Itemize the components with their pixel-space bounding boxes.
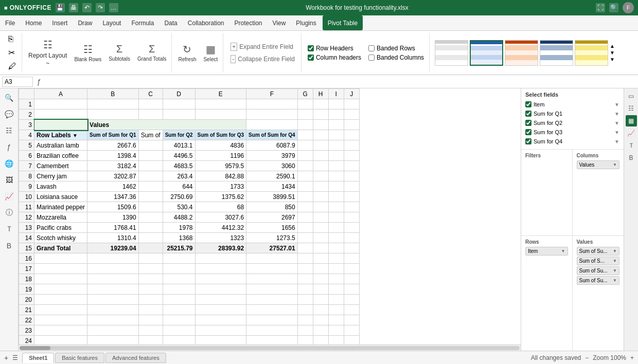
expand-entire-field-btn[interactable]: + Expand Entire Field xyxy=(227,41,298,52)
field-checkbox[interactable] xyxy=(525,129,531,135)
values-field-item[interactable]: Sum of Su... ▼ xyxy=(577,276,620,285)
grid-cell[interactable] xyxy=(138,223,163,233)
horizontal-scrollbar[interactable] xyxy=(19,344,521,351)
grid-cell[interactable]: 1323 xyxy=(195,233,246,243)
grid-cell[interactable] xyxy=(138,243,163,253)
grid-cell[interactable]: 1768.41 xyxy=(87,223,139,233)
grid-cell[interactable] xyxy=(297,130,313,140)
grid-cell[interactable] xyxy=(344,140,359,151)
grid-cell[interactable] xyxy=(344,274,359,284)
style-preset-3[interactable] xyxy=(505,40,538,66)
grid-cell[interactable] xyxy=(344,212,359,223)
collapse-entire-field-btn[interactable]: - Collapse Entire Field xyxy=(227,53,298,65)
comment-sidebar-icon[interactable]: 💬 xyxy=(2,107,16,121)
grid-cell[interactable] xyxy=(328,202,344,212)
cell-reference-input[interactable] xyxy=(2,77,33,87)
grid-cell[interactable] xyxy=(344,315,359,325)
grid-cell[interactable] xyxy=(163,325,195,336)
paste-format-btn[interactable]: 🖊 xyxy=(5,60,20,72)
menu-home[interactable]: Home xyxy=(20,15,47,30)
grid-cell[interactable] xyxy=(138,181,163,192)
grid-cell[interactable] xyxy=(138,110,163,120)
table-view-icon[interactable]: ☷ xyxy=(626,103,637,114)
grid-cell[interactable]: 3060 xyxy=(246,161,298,171)
grid-cell[interactable] xyxy=(138,295,163,305)
grid-cell[interactable] xyxy=(87,336,139,345)
grid-cell[interactable] xyxy=(195,274,246,284)
grid-cell[interactable] xyxy=(297,140,313,151)
row-number[interactable]: 4 xyxy=(19,130,34,140)
field-chevron-icon[interactable]: ▼ xyxy=(614,130,619,135)
grid-cell[interactable] xyxy=(328,243,344,253)
row-number[interactable]: 19 xyxy=(19,284,34,295)
grid-cell[interactable]: 28393.92 xyxy=(195,243,246,253)
refresh-btn[interactable]: ↻ Refresh xyxy=(175,41,199,65)
grid-cell[interactable] xyxy=(138,171,163,181)
grid-cell[interactable] xyxy=(138,212,163,223)
style-preset-5[interactable] xyxy=(575,40,608,66)
add-sheet-btn[interactable]: + xyxy=(4,354,8,362)
grand-totals-btn[interactable]: Σ Grand Totals xyxy=(134,41,170,64)
grid-cell[interactable]: 3182.4 xyxy=(87,161,139,171)
grid-cell[interactable]: 4836 xyxy=(195,140,246,151)
grid-cell[interactable] xyxy=(87,274,139,284)
grid-container[interactable]: A B C D E F G H I J 123Values4Row Labels… xyxy=(19,88,521,344)
row-number[interactable]: 5 xyxy=(19,140,34,151)
grid-cell[interactable]: Grand Total xyxy=(34,243,87,253)
subtotals-btn[interactable]: Σ Subtotals xyxy=(105,41,133,64)
grid-cell[interactable] xyxy=(344,253,359,264)
grid-cell[interactable] xyxy=(297,274,313,284)
banded-columns-check[interactable]: Banded Columns xyxy=(368,54,424,61)
save-icon[interactable]: 💾 xyxy=(56,3,65,12)
grid-cell[interactable] xyxy=(344,243,359,253)
grid-cell[interactable]: 4496.5 xyxy=(163,151,195,161)
grid-cell[interactable] xyxy=(195,325,246,336)
grid-cell[interactable] xyxy=(138,305,163,315)
grid-cell[interactable] xyxy=(297,233,313,243)
grid-cell[interactable] xyxy=(195,305,246,315)
row-number[interactable]: 3 xyxy=(19,120,34,130)
grid-cell[interactable] xyxy=(163,336,195,345)
grid-cell[interactable] xyxy=(138,202,163,212)
grid-cell[interactable] xyxy=(195,284,246,295)
grid-cell[interactable] xyxy=(34,325,87,336)
blank-rows-btn[interactable]: ☷ Blank Rows xyxy=(71,41,104,65)
grid-cell[interactable] xyxy=(328,120,344,130)
field-checkbox[interactable] xyxy=(525,101,531,107)
banded-columns-checkbox[interactable] xyxy=(368,54,375,61)
col-header-b[interactable]: B xyxy=(87,89,139,99)
column-headers-checkbox[interactable] xyxy=(308,54,314,61)
col-header-h[interactable]: H xyxy=(313,89,328,99)
grid-cell[interactable]: 842.88 xyxy=(195,171,246,181)
grid-cell[interactable]: Lavash xyxy=(34,181,87,192)
grid-cell[interactable]: Mozzarella xyxy=(34,212,87,223)
grid-cell[interactable] xyxy=(313,253,328,264)
row-headers-check[interactable]: Row Headers xyxy=(308,45,361,52)
translation-sidebar-icon[interactable]: 🌐 xyxy=(2,156,16,171)
cut-btn[interactable]: ✂ xyxy=(5,46,20,59)
grid-cell[interactable] xyxy=(313,202,328,212)
grid-cell[interactable] xyxy=(328,233,344,243)
grid-cell[interactable]: 25215.79 xyxy=(163,243,195,253)
grid-cell[interactable] xyxy=(344,305,359,315)
grid-cell[interactable] xyxy=(313,110,328,120)
grid-cell[interactable] xyxy=(195,315,246,325)
row-number[interactable]: 10 xyxy=(19,192,34,202)
menu-file[interactable]: File xyxy=(0,15,20,30)
field-item[interactable]: Sum for Q2 ▼ xyxy=(525,118,619,128)
formula-input[interactable] xyxy=(45,77,636,86)
chart-sidebar-icon[interactable]: 📈 xyxy=(2,189,16,204)
grid-cell[interactable]: 9579.5 xyxy=(195,161,246,171)
grid-cell[interactable] xyxy=(87,305,139,315)
grid-cell[interactable]: 3979 xyxy=(246,151,298,161)
grid-cell[interactable]: Brazilian coffee xyxy=(34,151,87,161)
grid-cell[interactable] xyxy=(344,233,359,243)
grid-cell[interactable] xyxy=(138,140,163,151)
bold-right-icon[interactable]: B xyxy=(626,152,637,163)
grid-cell[interactable]: 850 xyxy=(246,202,298,212)
grid-cell[interactable]: Sum of Sum for Q1 xyxy=(87,130,139,140)
grid-cell[interactable] xyxy=(344,99,359,110)
grid-cell[interactable] xyxy=(313,305,328,315)
fit-window-icon[interactable]: ⛶ xyxy=(596,3,605,12)
col-header-j[interactable]: J xyxy=(344,89,359,99)
